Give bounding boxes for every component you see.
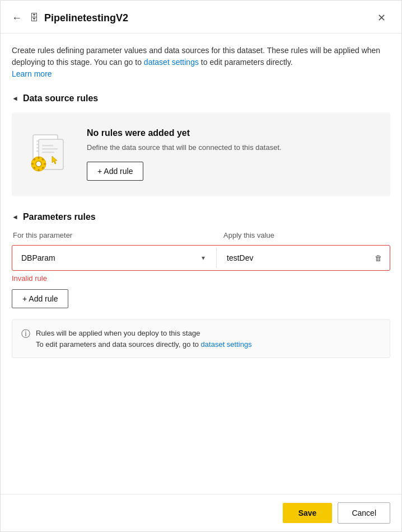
data-source-section: ◄ Data source rules <box>12 93 390 196</box>
close-icon: ✕ <box>377 12 386 23</box>
info-icon: ⓘ <box>21 328 30 340</box>
data-source-section-title: Data source rules <box>23 93 98 103</box>
svg-point-18 <box>36 161 41 167</box>
add-parameter-rule-button[interactable]: + Add rule <box>12 289 68 308</box>
parameters-section-header[interactable]: ◄ Parameters rules <box>12 212 390 222</box>
info-box: ⓘ Rules will be applied when you deploy … <box>12 319 390 358</box>
svg-rect-13 <box>44 163 46 165</box>
header-left: ← 🗄 PipelinetestingV2 <box>10 10 128 26</box>
info-box-text: Rules will be applied when you deploy to… <box>36 328 252 350</box>
parameters-section: ◄ Parameters rules For this parameter Ap… <box>12 212 390 358</box>
col-value-label: Apply this value <box>223 231 389 239</box>
data-source-empty-state: No rules were added yet Define the data … <box>12 112 390 196</box>
parameters-arrow-icon: ◄ <box>12 213 18 221</box>
empty-state-description: Define the data source that will be conn… <box>87 143 379 153</box>
close-button[interactable]: ✕ <box>373 10 390 26</box>
svg-rect-7 <box>42 148 58 150</box>
data-source-arrow-icon: ◄ <box>12 95 18 102</box>
parameters-section-title: Parameters rules <box>23 212 96 222</box>
invalid-rule-message: Invalid rule <box>12 274 390 283</box>
dialog-header: ← 🗄 PipelinetestingV2 ✕ <box>1 1 401 34</box>
description-text: Create rules defining parameter values a… <box>12 45 390 80</box>
back-icon: ← <box>12 12 22 24</box>
add-data-source-rule-button[interactable]: + Add rule <box>87 162 143 181</box>
svg-rect-8 <box>42 152 54 153</box>
data-source-section-header[interactable]: ◄ Data source rules <box>12 93 390 103</box>
delete-rule-button[interactable]: 🗑 <box>371 251 385 266</box>
dialog-title: PipelinetestingV2 <box>44 12 128 24</box>
empty-state-illustration <box>23 129 73 180</box>
svg-rect-11 <box>38 169 40 171</box>
svg-rect-12 <box>31 163 34 165</box>
param-select[interactable]: DBParam <box>15 248 211 268</box>
svg-rect-10 <box>38 157 40 159</box>
dialog-footer: Save Cancel <box>1 494 401 531</box>
param-value-input[interactable] <box>222 248 366 268</box>
back-button[interactable]: ← <box>10 10 24 26</box>
cancel-button[interactable]: Cancel <box>338 502 390 524</box>
dialog-content: Create rules defining parameter values a… <box>1 34 401 494</box>
dataset-icon: 🗄 <box>30 13 39 23</box>
parameter-rule-row: DBParam ▾ 🗑 <box>12 245 390 271</box>
empty-state-title: No rules were added yet <box>87 128 379 138</box>
params-table-header: For this parameter Apply this value <box>12 231 390 239</box>
dataset-settings-link-2[interactable]: dataset settings <box>201 340 252 349</box>
trash-icon: 🗑 <box>375 254 382 262</box>
param-divider <box>216 248 217 268</box>
param-select-wrapper: DBParam ▾ <box>15 248 211 268</box>
col-param-label: For this parameter <box>13 231 214 239</box>
learn-more-link[interactable]: Learn more <box>12 69 52 78</box>
empty-state-content: No rules were added yet Define the data … <box>87 128 379 181</box>
dataset-settings-link-1[interactable]: dataset settings <box>144 58 199 67</box>
desc-after-link: to edit parameters directly. <box>199 58 293 67</box>
save-button[interactable]: Save <box>283 503 333 523</box>
dialog-container: ← 🗄 PipelinetestingV2 ✕ Create rules def… <box>0 0 402 532</box>
svg-rect-6 <box>42 145 53 147</box>
